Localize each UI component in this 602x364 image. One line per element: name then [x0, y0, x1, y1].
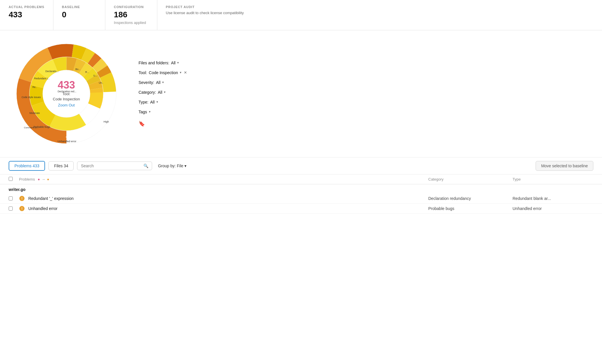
files-folders-filter[interactable]: Files and folders: All ▾ — [139, 61, 590, 65]
baseline-card: BASELINE 0 — [53, 0, 105, 30]
files-tab[interactable]: Files 34 — [48, 161, 74, 170]
type-filter[interactable]: Type: All ▾ — [139, 100, 590, 104]
severity-filter[interactable]: Severity: All ▾ — [139, 80, 590, 85]
type-column-header: Type — [513, 177, 593, 181]
svg-text:R...: R... — [85, 71, 89, 74]
move-to-baseline-button[interactable]: Move selected to baseline — [536, 161, 593, 171]
chevron-down-icon: ▾ — [180, 71, 182, 74]
problems-column-header: Problems ● → ● — [19, 177, 425, 181]
svg-text:Declaration red...: Declaration red... — [58, 90, 76, 93]
chevron-down-icon: ▾ — [149, 110, 151, 114]
donut-chart-container[interactable]: Unhandled error Probable bugs High Code … — [12, 39, 121, 149]
configuration-value: 186 — [114, 10, 148, 19]
table-header: Problems ● → ● Category Type — [0, 175, 602, 184]
project-audit-label: PROJECT AUDIT — [166, 5, 593, 9]
svg-text:U...: U... — [93, 74, 97, 77]
search-container[interactable]: 🔍 — [77, 162, 152, 170]
svg-text:Redundant t...: Redundant t... — [34, 77, 49, 80]
warning-badge: ! — [19, 206, 25, 211]
chevron-down-icon: ▾ — [184, 164, 186, 168]
svg-text:Un..: Un.. — [99, 81, 103, 84]
svg-text:Bo...: Bo... — [75, 68, 80, 71]
chevron-down-icon: ▾ — [164, 90, 166, 94]
baseline-label: BASELINE — [62, 5, 96, 9]
chart-filters-section: Unhandled error Probable bugs High Code … — [0, 30, 602, 157]
tool-filter[interactable]: Tool: Code Inspection ▾ ✕ — [139, 70, 590, 75]
project-audit-card: PROJECT AUDIT Use license audit to check… — [157, 0, 602, 30]
table-row[interactable]: ! Unhandled error Probable bugs Unhandle… — [0, 204, 602, 214]
tags-filter[interactable]: Tags ▾ — [139, 110, 590, 114]
svg-text:High: High — [104, 120, 109, 123]
actual-problems-card: ACTUAL PROBLEMS 433 — [0, 0, 53, 30]
close-icon[interactable]: ✕ — [184, 70, 187, 75]
row-checkbox[interactable] — [9, 196, 13, 200]
file-group-writer: writer.go — [0, 184, 602, 194]
svg-text:Moderate: Moderate — [29, 112, 40, 115]
chevron-down-icon: ▾ — [162, 80, 164, 84]
severity-icon: ! — [19, 196, 25, 201]
svg-text:Unhandled error: Unhandled error — [57, 140, 76, 143]
problem-category: Probable bugs — [428, 206, 509, 211]
baseline-value: 0 — [62, 10, 96, 19]
row-checkbox[interactable] — [9, 207, 13, 211]
project-audit-sub: Use license audit to check license compa… — [166, 10, 593, 16]
chevron-down-icon: ▾ — [177, 61, 179, 65]
severity-dot-red: ● — [38, 177, 40, 181]
header-checkbox-cell[interactable] — [9, 177, 16, 182]
svg-point-24 — [44, 72, 89, 116]
warning-badge: ! — [19, 196, 25, 201]
search-icon: 🔍 — [143, 164, 148, 168]
configuration-sub: Inspections applied — [114, 20, 148, 25]
problem-type: Unhandled error — [513, 206, 593, 211]
svg-text:Declaratio...: Declaratio... — [45, 70, 58, 73]
group-by-dropdown[interactable]: Group by: File ▾ — [158, 164, 186, 168]
severity-icon: ! — [19, 206, 25, 211]
stats-bar: ACTUAL PROBLEMS 433 BASELINE 0 CONFIGURA… — [0, 0, 602, 30]
search-input[interactable] — [81, 164, 141, 168]
svg-text:Comment of...: Comment of... — [24, 126, 38, 129]
problem-type: Redundant blank ar... — [513, 196, 593, 201]
category-filter[interactable]: Category: All ▾ — [139, 90, 590, 95]
toolbar: Problems 433 Files 34 🔍 Group by: File ▾… — [0, 157, 602, 175]
problem-name: Unhandled error — [28, 206, 425, 211]
category-column-header: Category — [428, 177, 509, 181]
row-checkbox-cell[interactable] — [9, 207, 16, 211]
arrow-icon: → — [42, 177, 45, 181]
configuration-card: CONFIGURATION 186 Inspections applied — [105, 0, 157, 30]
actual-problems-value: 433 — [9, 10, 44, 19]
severity-dot-orange: ● — [47, 177, 49, 181]
donut-chart-svg: Unhandled error Probable bugs High Code … — [12, 39, 121, 149]
actual-problems-label: ACTUAL PROBLEMS — [9, 5, 44, 9]
svg-text:Code style issues: Code style issues — [22, 96, 41, 99]
problems-tab[interactable]: Problems 433 — [9, 161, 45, 171]
bookmark-icon[interactable]: 🔖 — [139, 121, 590, 127]
svg-text:Re..: Re.. — [32, 86, 37, 89]
table-row[interactable]: ! Redundant '_' expression Declaration r… — [0, 194, 602, 204]
chevron-down-icon: ▾ — [156, 100, 158, 104]
problem-category: Declaration redundancy — [428, 196, 509, 201]
configuration-label: CONFIGURATION — [114, 5, 148, 9]
problem-name: Redundant '_' expression — [28, 196, 425, 201]
row-checkbox-cell[interactable] — [9, 196, 16, 200]
filters-panel: Files and folders: All ▾ Tool: Code Insp… — [139, 61, 590, 127]
select-all-checkbox[interactable] — [9, 177, 13, 181]
